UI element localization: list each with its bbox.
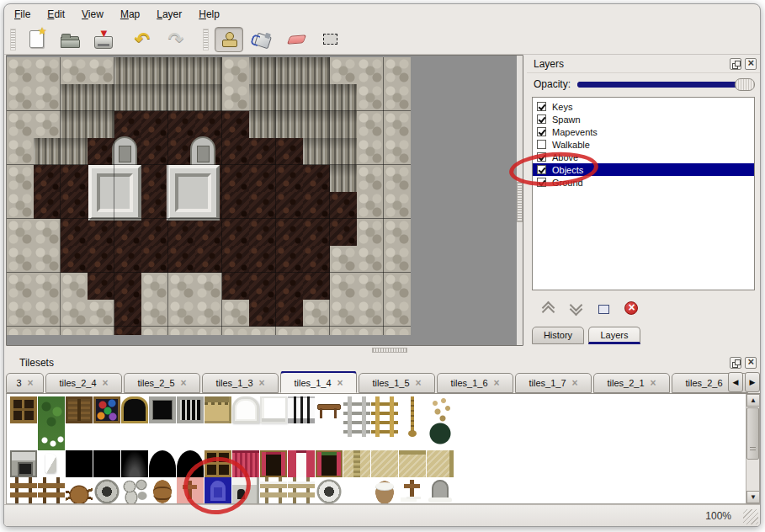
map-tile-rock[interactable] [168,300,195,327]
move-up-layer-button[interactable] [539,300,557,317]
map-tile-floor[interactable] [114,300,141,327]
scroll-tabs-left-button[interactable]: ◀ [728,372,743,392]
block-hole-tile[interactable] [232,477,259,504]
map-tile-rock[interactable] [7,57,34,84]
map-tile-rock[interactable] [34,111,61,138]
map-tile-rock[interactable] [357,138,384,165]
window-wood-4pane-tile[interactable] [205,450,231,477]
tombstone-selected-tile[interactable] [205,477,231,504]
map-tile-floor[interactable] [88,246,114,273]
arch-black-tile[interactable] [149,450,176,477]
map-tile-floor[interactable] [168,111,195,138]
map-tile-rock[interactable] [7,327,34,335]
map-tile-rock[interactable] [34,84,61,111]
close-tab-icon[interactable]: × [494,377,500,389]
window-bush-flowers-tile[interactable] [38,396,65,450]
stone-skylight-left[interactable] [88,165,141,221]
ladder-gray-tile[interactable] [343,396,370,437]
window-bars-tile[interactable] [177,396,204,423]
map-tile-cliff[interactable] [330,111,357,138]
map-tile-rock[interactable] [168,273,195,300]
map-tile-rock[interactable] [34,273,61,300]
map-tile-floor[interactable] [141,165,168,192]
undo-tool-button[interactable] [128,27,157,52]
map-tile-cliff[interactable] [114,84,141,111]
map-tile-floor[interactable] [141,246,168,273]
map-tile-rock[interactable] [357,84,384,111]
tileset-tab-tiles_2_4[interactable]: tiles_2_4× [45,373,122,393]
layer-visibility-checkbox[interactable] [537,165,546,174]
panel-tab-layers[interactable]: Layers [588,327,640,344]
close-tab-icon[interactable]: × [28,377,34,389]
tileset-tab-tiles_1_4[interactable]: tiles_1_4× [280,371,357,393]
map-tile-floor[interactable] [249,273,276,300]
layer-visibility-checkbox[interactable] [537,140,546,149]
map-tile-rock[interactable] [330,273,357,300]
map-tile-floor[interactable] [222,246,249,273]
close-tab-icon[interactable]: × [259,377,265,389]
map-tile-rock[interactable] [141,273,168,300]
layer-row-objects[interactable]: Objects [533,163,754,176]
map-tile-floor[interactable] [222,111,249,138]
eraser-tool-button[interactable] [282,27,311,52]
map-tile-floor[interactable] [249,192,276,219]
map-tile-rock[interactable] [384,84,411,111]
layer-visibility-checkbox[interactable] [537,178,546,187]
window-stained-glass-tile[interactable] [93,396,120,423]
rock-pile-snow-tile[interactable] [343,477,370,504]
map-tile-floor[interactable] [276,165,303,192]
map-tile-rock[interactable] [222,57,249,84]
map-tile-rock[interactable] [384,111,411,138]
layer-row-ground[interactable]: Ground [533,176,754,189]
wall-tan-tile[interactable] [371,450,398,477]
fill-tool-button[interactable] [248,27,277,52]
map-tile-floor[interactable] [330,219,357,246]
layer-row-keys[interactable]: Keys [533,100,754,113]
menu-help[interactable]: Help [199,8,220,20]
map-tile-cliff[interactable] [195,57,222,84]
map-tile-floor[interactable] [276,246,303,273]
map-tile-cliff[interactable] [168,57,195,84]
map-tile-rock[interactable] [249,327,276,335]
layer-visibility-checkbox[interactable] [537,152,546,162]
window-curtains-tile[interactable] [260,450,287,477]
map-tile-floor[interactable] [141,138,168,165]
map-tile-rock[interactable] [88,327,114,335]
basket-wood-tile[interactable] [66,477,93,504]
window-curtains-2-tile[interactable] [316,450,343,477]
map-tile-floor[interactable] [249,138,276,165]
map-tile-rock[interactable] [195,273,222,300]
map-tile-rock[interactable] [384,138,411,165]
map-tile-rock[interactable] [61,57,88,84]
map-tile-rock[interactable] [384,165,411,192]
stone-skylight-right-tombstone-top[interactable] [190,136,215,165]
close-tab-icon[interactable]: × [103,377,109,389]
map-tile-floor[interactable] [303,273,330,300]
tileset-tab-tiles_2_1[interactable]: tiles_2_1× [593,373,670,393]
tileset-tab-tiles_1_6[interactable]: tiles_1_6× [437,373,513,393]
kiosk-awning-tile[interactable] [205,396,231,423]
map-tile-floor[interactable] [195,111,222,138]
map-tile-floor[interactable] [249,246,276,273]
map-tile-floor[interactable] [88,219,114,246]
palette-vertical-scrollbar[interactable]: ▲ ▼ [746,394,759,503]
close-tab-icon[interactable]: × [416,377,422,389]
toolbar-drag-handle[interactable] [203,29,209,51]
map-tile-cliff[interactable] [276,84,303,111]
map-tile-cliff[interactable] [330,138,357,165]
map-tile-floor[interactable] [276,192,303,219]
map-tile-cliff[interactable] [249,84,276,111]
map-tile-floor[interactable] [276,138,303,165]
map-tile-cliff[interactable] [303,84,330,111]
fence-sign-tile[interactable] [10,477,37,504]
map-tile-floor[interactable] [222,273,249,300]
layer-visibility-checkbox[interactable] [537,127,546,136]
scroll-down-button[interactable]: ▼ [746,491,760,503]
map-tile-floor[interactable] [303,219,330,246]
furnace-stone-tile[interactable] [10,450,37,477]
map-tile-floor[interactable] [88,138,114,165]
redo-tool-button[interactable] [162,27,190,52]
rock-pile-tile[interactable] [121,477,148,504]
map-tile-cliff[interactable] [141,57,168,84]
map-tile-floor[interactable] [330,192,357,219]
